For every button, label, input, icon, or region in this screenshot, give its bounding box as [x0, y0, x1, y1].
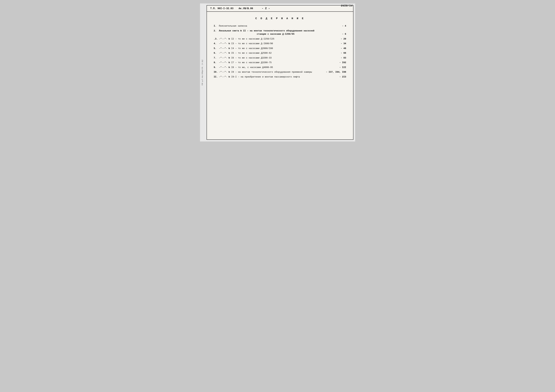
toc-num-2: 2. [214, 29, 219, 33]
header-row: Т.П. 90I-I-32.83 Ак.УШ/Ш.86 - 2 - [207, 6, 353, 12]
toc-dash-8: –"- [219, 61, 223, 64]
toc-item-6: 6. –"- –"- № I5 – то же с насосами Д2500… [214, 52, 346, 55]
toc-item-2: 2. Локальная смета № II – на монтаж техн… [214, 29, 346, 36]
toc-item-9: 9. –"- –"- № I8 – то же, с насосами Д400… [214, 66, 346, 69]
toc-page-2: - 6 [332, 32, 346, 36]
content-area: С О Д Е Р Ж А Н И Е I. Пояснительная зап… [207, 12, 353, 85]
toc-desc-3: –"- № I2 – то же с насосами Д-I250/I25 [223, 37, 332, 41]
toc-desc-9: –"- № I8 – то же, с насосами Д4000-95 [223, 66, 332, 69]
title-text: С О Д Е Р Ж А Н И Е [255, 17, 305, 20]
toc-page-8: - I02 [332, 61, 346, 64]
toc-item-4: 4. –"- –"- № I3 – то же с насосами Д-I60… [214, 42, 346, 45]
toc-dash-6: –"- [219, 52, 223, 55]
toc-num-8: 8. [214, 61, 219, 64]
header-tp: Т.П. 90I-I-32.83 [210, 7, 234, 10]
main-content: Т.П. 90I-I-32.83 Ак.УШ/Ш.86 - 2 - С О Д … [206, 5, 353, 140]
toc-dash-10: –"- [219, 70, 223, 74]
toc-page-9: - I2I [332, 66, 346, 69]
toc-sub-desc-2: станции с насосами Д-I250/65 [219, 32, 332, 36]
left-strip-text: ЗЗН №3 пер.580дкт38. (4.3д) [202, 59, 203, 85]
toc-num-9: 9. [214, 66, 219, 69]
page-wrapper: 8459/14 ЗЗН №3 пер.580дкт38. (4.3д) Т.П.… [200, 3, 355, 141]
toc-page-5: - 48 [332, 47, 346, 50]
toc-num-4: 4. [214, 42, 219, 45]
toc-item-1: I. Пояснительная записка - 4 [214, 24, 346, 28]
toc-item-7: 7. –"- –"- № I6 – то же с насосами Д3200… [214, 56, 346, 60]
toc-dash-5: –"- [219, 47, 223, 50]
toc-desc-7: –"- № I6 – то же с насосами Д3200-33 [223, 56, 332, 60]
toc-desc-5: –"- № I4 – то же с насосами Д2000/I00 [223, 47, 332, 50]
toc-dash-3: –"- [219, 37, 223, 41]
header-page: - 2 - [262, 7, 270, 10]
toc-dash-7: –"- [219, 56, 223, 60]
header-ax: Ак.УШ/Ш.86 [239, 7, 253, 10]
toc-page-1: - 4 [332, 24, 346, 28]
toc-page-6: - 66 [332, 52, 346, 55]
toc-num-10: I0. [214, 70, 219, 74]
toc-item-3: .3. –"- –"- № I2 – то же с насосами Д-I2… [214, 37, 346, 41]
toc-page-11: - 2I3 [332, 75, 346, 79]
title-section: С О Д Е Р Ж А Н И Е [214, 17, 346, 20]
toc-desc-1: Пояснительная записка [219, 24, 332, 28]
toc-desc-10: –"- № I9 – на монтаж технологического об… [223, 70, 326, 74]
toc-num-5: 5. [214, 47, 219, 50]
toc-desc-4: –"- № I3 – то же с насосами Д-I600/90 [223, 42, 332, 45]
toc-item-8: 8. –"- –"- № I7 – то же с насосами Д3200… [214, 61, 346, 64]
toc-item-11: II. –"- –"- № I9-I – на приобретение и м… [214, 75, 346, 79]
toc-num-1: I. [214, 24, 219, 28]
toc-num-7: 7. [214, 56, 219, 60]
toc-desc-6: –"- № I5 – то же с насосами Д2500-62 [223, 52, 332, 55]
toc-desc-2a: Локальная смета № II – на монтаж техноло… [219, 29, 346, 33]
toc-dash-11: –"- [219, 75, 223, 79]
doc-number: 8459/14 [341, 4, 352, 7]
toc-dash-4: –"- [219, 42, 223, 45]
toc-num-11: II. [214, 75, 219, 79]
toc-num-3: .3. [214, 37, 219, 41]
toc-page-7: - 83 [332, 56, 346, 60]
toc-main-line-2: 2. Локальная смета № II – на монтаж техн… [214, 29, 346, 33]
toc-page-4: - 34 [332, 42, 346, 45]
toc-list: I. Пояснительная записка - 4 2. Локальна… [214, 24, 346, 79]
left-strip: ЗЗН №3 пер.580дкт38. (4.3д) [200, 3, 205, 141]
toc-desc-8: –"- № I7 – то же с насосами Д3200-75 [223, 61, 332, 64]
toc-page-3: - 20 [332, 37, 346, 41]
toc-dash-9: –"- [219, 66, 223, 69]
toc-page-10: - I37, I64, I88 [326, 70, 346, 74]
toc-item-10: I0. –"- –"- № I9 – на монтаж технологиче… [214, 70, 346, 74]
toc-num-6: 6. [214, 52, 219, 55]
toc-item-5: 5. –"- –"- № I4 – то же с насосами Д2000… [214, 47, 346, 50]
toc-sub-line-2: станции с насосами Д-I250/65 - 6 [214, 32, 346, 36]
toc-desc-11: –"- № I9-I – на приобретение и монтаж па… [223, 75, 332, 79]
